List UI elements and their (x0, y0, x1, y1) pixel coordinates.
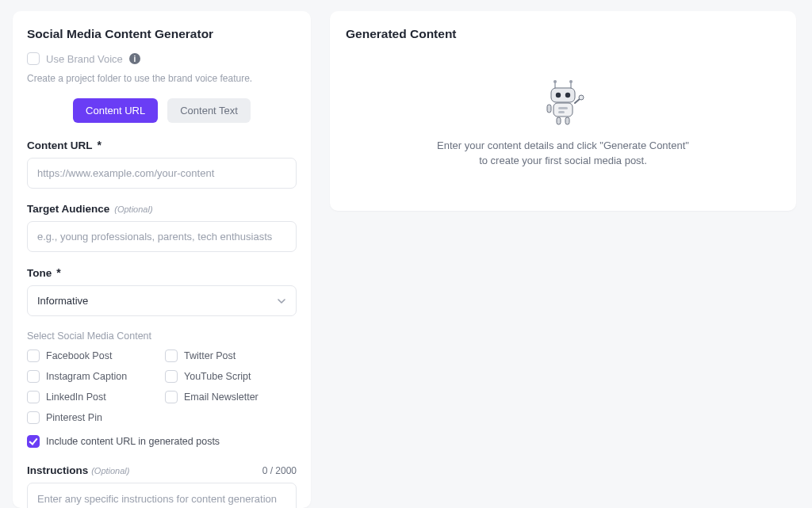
tone-label: Tone (27, 267, 52, 279)
svg-rect-7 (553, 103, 573, 116)
audience-optional: (Optional) (114, 204, 152, 214)
svg-point-5 (556, 92, 561, 97)
generated-content-panel: Generated Content (330, 11, 796, 211)
content-url-label: Content URL (27, 139, 92, 151)
svg-point-6 (565, 92, 570, 97)
generated-title: Generated Content (346, 27, 780, 41)
facebook-label: Facebook Post (46, 350, 112, 361)
brand-voice-row: Use Brand Voice i (27, 52, 297, 65)
generator-form-panel: Social Media Content Generator Use Brand… (13, 11, 311, 508)
youtube-checkbox[interactable] (165, 370, 178, 383)
instructions-optional: (Optional) (91, 466, 129, 476)
audience-label: Target Audience (27, 203, 109, 215)
twitter-checkbox[interactable] (165, 349, 178, 362)
linkedin-label: LinkedIn Post (46, 392, 106, 403)
robot-icon (539, 79, 587, 127)
empty-state: Enter your content details and click "Ge… (346, 52, 780, 195)
svg-rect-10 (547, 105, 551, 113)
email-label: Email Newsletter (184, 392, 259, 403)
tone-field: Tone * Informative (27, 266, 297, 316)
svg-rect-4 (551, 88, 575, 102)
svg-point-3 (569, 80, 573, 83)
brand-voice-hint: Create a project folder to use the brand… (27, 73, 297, 84)
tab-content-url[interactable]: Content URL (73, 98, 158, 123)
twitter-label: Twitter Post (184, 350, 236, 361)
content-url-input[interactable] (27, 158, 297, 189)
email-checkbox[interactable] (165, 391, 178, 403)
svg-rect-9 (558, 111, 565, 113)
required-mark: * (56, 266, 60, 279)
tone-select[interactable]: Informative (27, 285, 297, 316)
tab-content-text[interactable]: Content Text (167, 98, 251, 123)
instagram-label: Instagram Caption (46, 371, 127, 382)
svg-rect-12 (557, 117, 561, 124)
svg-point-11 (579, 95, 584, 100)
include-url-row: Include content URL in generated posts (27, 435, 297, 448)
brand-voice-label: Use Brand Voice (46, 53, 123, 65)
instagram-checkbox[interactable] (27, 370, 40, 383)
audience-input[interactable] (27, 221, 297, 252)
pinterest-label: Pinterest Pin (46, 412, 102, 423)
include-url-checkbox[interactable] (27, 435, 40, 448)
svg-point-1 (553, 80, 557, 83)
info-icon[interactable]: i (129, 53, 140, 64)
brand-voice-checkbox[interactable] (27, 52, 40, 65)
facebook-checkbox[interactable] (27, 349, 40, 362)
pinterest-checkbox[interactable] (27, 411, 40, 424)
instructions-input[interactable] (27, 483, 297, 508)
audience-field: Target Audience (Optional) (27, 203, 297, 252)
instructions-field: Instructions (Optional) 0 / 2000 (27, 464, 297, 508)
include-url-label: Include content URL in generated posts (46, 436, 220, 447)
linkedin-checkbox[interactable] (27, 391, 40, 403)
instructions-counter: 0 / 2000 (262, 465, 297, 476)
panel-title: Social Media Content Generator (27, 27, 297, 41)
empty-message: Enter your content details and click "Ge… (437, 138, 689, 169)
svg-rect-8 (558, 107, 568, 109)
platforms-grid: Facebook Post Twitter Post Instagram Cap… (27, 349, 297, 424)
content-url-field: Content URL * (27, 139, 297, 189)
youtube-label: YouTube Script (184, 371, 251, 382)
instructions-label: Instructions (27, 464, 88, 476)
input-mode-tabs: Content URL Content Text (27, 98, 297, 123)
platforms-section-label: Select Social Media Content (27, 330, 297, 342)
required-mark: * (97, 139, 101, 151)
svg-rect-13 (565, 117, 569, 124)
